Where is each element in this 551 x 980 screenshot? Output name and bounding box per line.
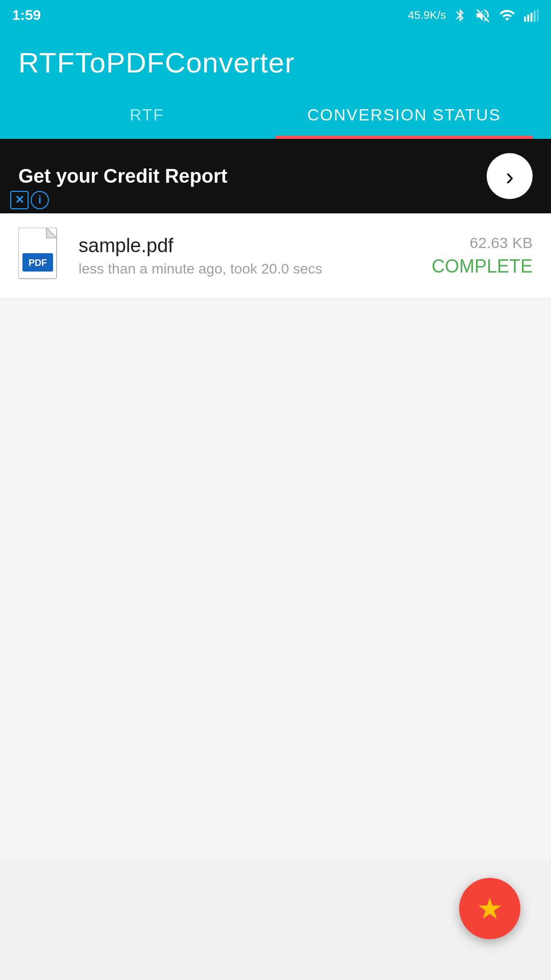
file-size: 62.63 KB bbox=[432, 234, 533, 252]
signal-icon bbox=[523, 7, 539, 23]
svg-rect-4 bbox=[537, 9, 539, 22]
network-speed: 45.9K/s bbox=[408, 9, 446, 22]
muted-icon bbox=[474, 7, 491, 23]
svg-rect-0 bbox=[524, 17, 526, 22]
file-list: PDF sample.pdf less than a minute ago, t… bbox=[0, 213, 551, 299]
svg-rect-1 bbox=[528, 15, 530, 22]
pdf-file-icon: PDF bbox=[18, 228, 64, 284]
svg-text:PDF: PDF bbox=[29, 258, 47, 268]
file-meta: less than a minute ago, took 20.0 secs bbox=[79, 261, 417, 277]
close-icon: ✕ bbox=[15, 193, 24, 207]
file-status-badge: COMPLETE bbox=[432, 256, 533, 277]
file-item[interactable]: PDF sample.pdf less than a minute ago, t… bbox=[0, 213, 551, 299]
star-icon: ★ bbox=[477, 891, 503, 926]
app-bar: RTFToPDFConverter RTF CONVERSION STATUS bbox=[0, 31, 551, 139]
ad-controls: ✕ i bbox=[10, 191, 49, 209]
tab-bar: RTF CONVERSION STATUS bbox=[18, 91, 533, 139]
tab-rtf[interactable]: RTF bbox=[18, 91, 276, 139]
file-info: sample.pdf less than a minute ago, took … bbox=[79, 235, 417, 277]
status-bar: 1:59 45.9K/s bbox=[0, 0, 551, 31]
file-status-area: 62.63 KB COMPLETE bbox=[432, 234, 533, 277]
ad-info-button[interactable]: i bbox=[31, 191, 49, 209]
content-area bbox=[0, 299, 551, 860]
svg-rect-2 bbox=[531, 13, 533, 22]
bluetooth-icon bbox=[453, 6, 467, 24]
tab-conversion-status[interactable]: CONVERSION STATUS bbox=[276, 91, 533, 139]
info-icon: i bbox=[38, 193, 41, 207]
wifi-icon bbox=[498, 7, 516, 23]
status-icons: 45.9K/s bbox=[408, 6, 539, 24]
ad-text: Get your Credit Report bbox=[18, 165, 228, 187]
app-title: RTFToPDFConverter bbox=[18, 46, 533, 79]
svg-rect-3 bbox=[534, 11, 536, 21]
ad-arrow-icon: › bbox=[506, 162, 514, 190]
ad-banner: Get your Credit Report › ✕ i bbox=[0, 139, 551, 213]
ad-close-button[interactable]: ✕ bbox=[10, 191, 29, 209]
file-name: sample.pdf bbox=[79, 235, 417, 257]
fab-rate[interactable]: ★ bbox=[459, 878, 520, 939]
status-time: 1:59 bbox=[12, 7, 41, 23]
ad-arrow-button[interactable]: › bbox=[487, 153, 533, 199]
